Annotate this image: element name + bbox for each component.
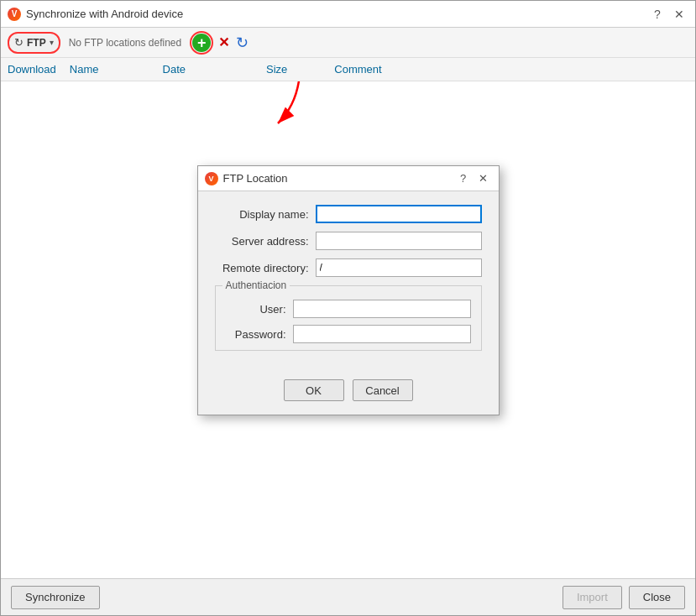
remote-directory-row: Remote directory: xyxy=(215,258,482,277)
user-row: User: xyxy=(226,300,471,318)
dialog-title-btns: ? ✕ xyxy=(455,170,492,187)
synchronize-button[interactable]: Synchronize xyxy=(11,586,100,609)
dialog-title: FTP Location xyxy=(223,172,288,185)
bottom-right-buttons: Import Close xyxy=(563,586,685,609)
main-window: V Synchronize with Android device ? ✕ ↻ … xyxy=(0,0,696,616)
col-name: Name xyxy=(63,63,106,76)
ftp-location-dialog: V FTP Location ? ✕ Display name: xyxy=(197,165,500,415)
password-label: Password: xyxy=(226,328,293,341)
add-btn-wrapper: + xyxy=(190,31,213,55)
password-row: Password: xyxy=(226,325,471,343)
close-window-button[interactable]: ✕ xyxy=(670,5,688,23)
remote-directory-label: Remote directory: xyxy=(215,262,316,274)
server-address-row: Server address: xyxy=(215,232,482,250)
dialog-close-button[interactable]: ✕ xyxy=(475,170,492,187)
import-button[interactable]: Import xyxy=(563,586,622,609)
dialog-overlay: V FTP Location ? ✕ Display name: xyxy=(1,81,695,578)
auth-legend: Authentiacion xyxy=(222,279,290,291)
title-bar-left: V Synchronize with Android device xyxy=(8,8,183,21)
add-ftp-button[interactable]: + xyxy=(190,31,213,55)
display-name-input[interactable] xyxy=(316,205,482,223)
dialog-content: Display name: Server address: Remote dir… xyxy=(198,191,499,371)
plus-icon: + xyxy=(192,34,211,52)
dialog-title-bar: V FTP Location ? ✕ xyxy=(198,166,499,191)
toolbar: ↻ FTP ▾ No FTP locations defined + ✕ ↻ xyxy=(1,28,695,58)
server-address-input[interactable] xyxy=(316,232,482,250)
col-comment: Comment xyxy=(327,63,388,76)
remote-directory-input[interactable] xyxy=(316,258,482,277)
password-input[interactable] xyxy=(293,325,471,343)
col-date: Date xyxy=(156,63,192,76)
ftp-label: FTP xyxy=(27,37,46,49)
server-address-label: Server address: xyxy=(215,235,316,248)
ok-button[interactable]: OK xyxy=(284,379,344,401)
app-icon: V xyxy=(8,8,21,21)
col-size: Size xyxy=(259,63,294,76)
display-name-label: Display name: xyxy=(215,208,316,221)
cancel-button[interactable]: Cancel xyxy=(353,379,413,401)
user-label: User: xyxy=(226,303,293,316)
window-title: Synchronize with Android device xyxy=(26,8,183,20)
location-text: No FTP locations defined xyxy=(69,37,182,49)
dialog-title-left: V FTP Location xyxy=(205,172,288,185)
delete-ftp-button[interactable]: ✕ xyxy=(217,34,231,50)
column-headers: Download Name Date Size Comment xyxy=(1,58,695,81)
col-download: Download xyxy=(8,63,63,76)
main-close-button[interactable]: Close xyxy=(629,586,685,609)
dialog-footer: OK Cancel xyxy=(198,371,499,415)
auth-section: Authentiacion User: Password: xyxy=(215,285,482,351)
ftp-dropdown[interactable]: ↻ FTP ▾ xyxy=(8,32,60,54)
dropdown-arrow-icon: ▾ xyxy=(50,38,54,47)
dialog-app-icon: V xyxy=(205,172,218,185)
display-name-row: Display name: xyxy=(215,205,482,223)
help-button[interactable]: ? xyxy=(648,5,667,23)
bottom-bar: Synchronize Import Close xyxy=(1,578,695,615)
sync-icon: ↻ xyxy=(14,36,24,49)
refresh-button[interactable]: ↻ xyxy=(234,34,250,52)
user-input[interactable] xyxy=(293,300,471,318)
title-bar-right: ? ✕ xyxy=(648,5,688,23)
title-bar: V Synchronize with Android device ? ✕ xyxy=(1,1,695,28)
dialog-help-button[interactable]: ? xyxy=(455,170,472,187)
main-content: V FTP Location ? ✕ Display name: xyxy=(1,81,695,578)
